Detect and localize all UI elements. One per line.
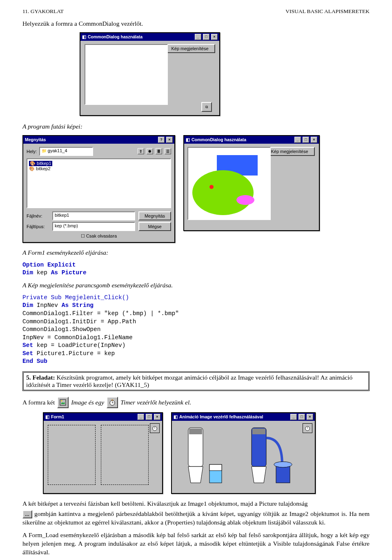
location-label: Hely: — [27, 149, 37, 154]
code-block-1: Option Explicit Dim kep As Picture — [22, 261, 370, 277]
close-icon[interactable]: × — [154, 414, 160, 420]
form1-design-window: ◧ Form1 _ □ × — [43, 412, 163, 494]
help-icon[interactable]: ? — [158, 137, 165, 143]
runtime-caption: A program futási képei: — [22, 122, 370, 131]
svg-rect-16 — [209, 464, 222, 471]
svg-point-2 — [236, 195, 254, 205]
readonly-checkbox[interactable]: ☐ — [81, 233, 86, 238]
svg-rect-8 — [111, 400, 113, 400]
close-icon[interactable]: × — [166, 137, 173, 143]
svg-rect-4 — [60, 400, 66, 405]
maximize-icon[interactable]: □ — [146, 414, 152, 420]
maximize-icon[interactable]: □ — [203, 34, 209, 40]
commondialog-control-icon[interactable]: ⧉ — [201, 102, 212, 112]
siphon-image-2 — [243, 426, 298, 485]
timer-control-icon — [107, 397, 118, 408]
location-combo[interactable]: 📁 gyak11_4 — [39, 147, 93, 156]
window-title: Form1 — [51, 414, 64, 419]
picture-property-paragraph-2: … gombján kattintva a megjelenő párbeszé… — [22, 510, 370, 527]
open-dialog: Megnyitás ? × Hely: 📁 gyak11_4 ⇧ ✽ ≣ ☰ — [22, 135, 175, 243]
filetype-label: Fájltípus: — [27, 224, 49, 229]
close-icon[interactable]: × — [211, 34, 218, 40]
open-button[interactable]: Megnyitás — [138, 211, 171, 220]
header-right: VISUAL BASIC ALAPISMERETEK — [285, 8, 370, 15]
svg-point-3 — [209, 185, 214, 189]
svg-point-20 — [274, 462, 292, 467]
window-title: Animáció Image vezérlő felhasználásával — [179, 414, 263, 419]
file-item[interactable]: 🎨 bitkep1 — [29, 161, 52, 166]
code-block-2: Private Sub Megjelenit_Click() Dim InpNe… — [22, 294, 370, 366]
new-folder-icon[interactable]: ✽ — [147, 148, 153, 154]
vb-icon: ◧ — [45, 414, 49, 419]
filetype-combo[interactable]: kep (*.bmp) — [52, 222, 135, 231]
task-box: 5. Feladat: Készítsünk programot, amely … — [22, 371, 370, 391]
close-icon[interactable]: × — [311, 137, 317, 143]
running-form-window: ◧ CommonDialog használata _ □ × Kép megj… — [183, 135, 320, 231]
design-form-window: ◧ CommonDialog használata _ □ × Kép megj… — [80, 32, 220, 116]
inline-icon-sentence: A formra két Image és egy Timer vezérlőt… — [22, 397, 370, 408]
minimize-icon[interactable]: _ — [290, 414, 297, 420]
details-view-icon[interactable]: ☰ — [165, 148, 171, 154]
filename-label: Fájlnév: — [27, 213, 49, 218]
form1-handler-caption: A Form1 eseménykezelő eljárása: — [22, 249, 370, 257]
close-icon[interactable]: × — [307, 414, 313, 420]
vb-icon: ◧ — [186, 137, 190, 142]
minimize-icon[interactable]: _ — [138, 414, 144, 420]
ellipsis-button-icon: … — [22, 510, 32, 518]
maximize-icon[interactable]: □ — [303, 137, 309, 143]
vb-icon: ◧ — [82, 34, 86, 39]
svg-marker-5 — [61, 402, 65, 404]
window-title: Megnyitás — [25, 137, 46, 142]
timer-control-icon — [303, 423, 312, 433]
form-load-paragraph: A Form_Load eseménykezelő eljárásban a m… — [22, 531, 370, 557]
show-image-button[interactable]: Kép megjelenítése — [165, 44, 215, 53]
button-handler-caption: A Kép megjelenítése parancsgomb eseményk… — [22, 281, 370, 290]
filename-input[interactable]: bitkep1 — [52, 211, 135, 220]
file-item[interactable]: 🎨 bitkep2 — [29, 166, 169, 171]
timer-control-icon — [150, 423, 160, 433]
shapes-image — [188, 148, 270, 219]
window-title: CommonDialog használata — [192, 137, 246, 142]
svg-rect-18 — [252, 429, 265, 434]
svg-point-6 — [61, 400, 62, 401]
show-image-button[interactable]: Kép megjelenítése — [264, 147, 315, 156]
intro-paragraph: Helyezzük a formra a CommonDialog vezérl… — [22, 20, 370, 28]
window-title: CommonDialog használata — [88, 34, 143, 39]
image-control-icon — [57, 397, 69, 408]
minimize-icon[interactable]: _ — [294, 137, 301, 143]
animation-run-window: ◧ Animáció Image vezérlő felhasználásáva… — [171, 412, 316, 494]
maximize-icon[interactable]: □ — [298, 414, 305, 420]
header-left: 11. GYAKORLAT — [22, 8, 64, 15]
siphon-image-1 — [180, 426, 229, 485]
svg-rect-14 — [189, 429, 202, 434]
svg-point-1 — [192, 170, 254, 215]
list-view-icon[interactable]: ≣ — [156, 148, 162, 154]
cancel-button[interactable]: Mégse — [138, 222, 171, 231]
vb-icon: ◧ — [174, 414, 178, 419]
up-folder-icon[interactable]: ⇧ — [138, 148, 144, 154]
picture-property-paragraph: A két bitképet a tervezési fázisban kell… — [22, 500, 370, 508]
minimize-icon[interactable]: _ — [195, 34, 201, 40]
